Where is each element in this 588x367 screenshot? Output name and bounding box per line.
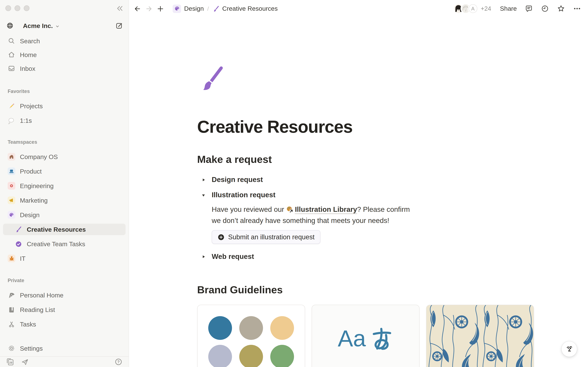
body-text: Have you reviewed our <box>212 206 286 214</box>
window-controls <box>5 5 30 11</box>
sidebar-item-design[interactable]: Design <box>3 209 126 221</box>
window-zoom-button[interactable] <box>24 5 30 11</box>
sidebar-item-search[interactable]: Search <box>3 35 126 47</box>
paintbrush-icon <box>15 225 22 233</box>
home-icon <box>8 51 15 58</box>
favorite-star-icon[interactable] <box>557 5 565 13</box>
typography-latin-sample: Aa <box>338 325 366 353</box>
illustration-library-link[interactable]: Illustration Library <box>286 206 357 214</box>
breadcrumb-parent[interactable]: Design <box>184 5 204 12</box>
pizza-icon <box>8 291 15 299</box>
sidebar-item-projects[interactable]: Projects <box>3 100 126 112</box>
floral-pattern-card[interactable] <box>426 305 534 367</box>
sidebar-footer <box>0 356 129 367</box>
toggle-illustration-request[interactable]: Illustration request <box>198 190 588 201</box>
toggle-expanded-icon[interactable] <box>198 193 209 198</box>
avatar[interactable]: A <box>468 3 478 14</box>
toggle-web-request[interactable]: Web request <box>198 251 588 262</box>
palette-swatch <box>270 316 294 340</box>
avatar-overflow-count[interactable]: +24 <box>481 5 491 12</box>
notion-ai-button[interactable] <box>562 342 577 357</box>
sidebar-item-label: Engineering <box>20 182 54 190</box>
sidebar-item-engineering[interactable]: Engineering <box>3 180 126 192</box>
sidebar-item-settings[interactable]: Settings <box>3 342 126 354</box>
sidebar-item-home[interactable]: Home <box>3 49 126 60</box>
sidebar-item-inbox[interactable]: Inbox <box>3 63 126 74</box>
help-icon[interactable] <box>114 358 123 366</box>
inbox-icon <box>8 65 15 72</box>
sidebar-item-label: Tasks <box>20 320 36 328</box>
avatar-stack[interactable]: A <box>453 3 478 14</box>
sidebar-item-marketing[interactable]: Marketing <box>3 195 126 206</box>
topbar-actions: A +24 Share <box>453 3 581 14</box>
palette-swatch <box>208 316 232 340</box>
button-label: Submit an illustration request <box>228 233 314 241</box>
sidebar-item-personal-home[interactable]: Personal Home <box>3 290 126 301</box>
search-icon <box>8 37 15 45</box>
page-icon-paintbrush[interactable] <box>197 64 226 93</box>
calendar-icon[interactable] <box>6 358 14 366</box>
palette-swatch <box>239 345 263 367</box>
globe-icon <box>6 22 14 30</box>
toggle-label: Design request <box>212 176 263 184</box>
share-button[interactable]: Share <box>500 5 517 12</box>
sidebar-item-reading-list[interactable]: Reading List <box>3 304 126 316</box>
topbar: Design / Creative Resources A +24 Share <box>129 0 588 17</box>
sidebar-item-label: Marketing <box>20 197 48 204</box>
sidebar: Acme Inc. Search Home Inbox Favorites <box>0 0 129 367</box>
toggle-collapsed-icon[interactable] <box>198 177 209 183</box>
section-header-private[interactable]: Private <box>3 277 126 283</box>
sidebar-item-tasks[interactable]: Tasks <box>3 318 126 330</box>
window-minimize-button[interactable] <box>15 5 20 11</box>
sidebar-item-label: 1:1s <box>20 117 32 124</box>
typography-kana-sample <box>369 325 393 353</box>
page-title[interactable]: Creative Resources <box>197 117 588 137</box>
sidebar-item-1-1s[interactable]: 1:1s <box>3 115 126 126</box>
workspace-switcher[interactable]: Acme Inc. <box>6 19 123 32</box>
section-header-teamspaces[interactable]: Teamspaces <box>3 139 126 145</box>
submit-illustration-request-button[interactable]: Submit an illustration request <box>212 230 320 244</box>
pencil-icon <box>8 102 15 110</box>
section-header-favorites[interactable]: Favorites <box>3 88 126 94</box>
floral-pattern-image <box>426 305 534 367</box>
sidebar-collapse-icon[interactable] <box>116 4 124 13</box>
more-options-icon[interactable] <box>573 5 581 13</box>
heading-make-a-request[interactable]: Make a request <box>197 153 588 166</box>
palette-swatch <box>208 345 232 367</box>
breadcrumb-brush-icon <box>212 5 219 12</box>
notion-window: Acme Inc. Search Home Inbox Favorites <box>0 0 588 367</box>
toggle-design-request[interactable]: Design request <box>198 174 588 186</box>
sidebar-item-creative-team-tasks[interactable]: Creative Team Tasks <box>3 238 126 250</box>
new-page-icon[interactable] <box>157 5 164 12</box>
breadcrumb-current[interactable]: Creative Resources <box>222 5 278 12</box>
compose-button[interactable] <box>115 22 123 30</box>
scissors-icon <box>8 320 15 328</box>
body-text: ? Please confirm <box>357 206 410 214</box>
color-palette-card[interactable] <box>197 305 305 367</box>
sidebar-item-label: Personal Home <box>20 292 63 299</box>
brand-guidelines-cards: Aa <box>197 305 588 367</box>
history-clock-icon[interactable] <box>541 5 549 13</box>
book-icon <box>8 306 15 314</box>
paper-plane-icon[interactable] <box>21 358 29 366</box>
window-close-button[interactable] <box>5 5 11 11</box>
typography-card[interactable]: Aa <box>311 305 420 367</box>
comments-icon[interactable] <box>525 5 533 13</box>
sidebar-item-creative-resources[interactable]: Creative Resources <box>3 224 126 235</box>
sidebar-item-label: Product <box>20 167 42 175</box>
toggle-collapsed-icon[interactable] <box>198 254 209 259</box>
sidebar-item-company-os[interactable]: Company OS <box>3 151 126 163</box>
sidebar-item-product[interactable]: Product <box>3 166 126 177</box>
color-palette-grid <box>198 305 305 367</box>
sidebar-item-it[interactable]: IT <box>3 253 126 264</box>
forward-icon[interactable] <box>145 5 153 12</box>
sidebar-scroll-area: Search Home Inbox Favorites Projects 1:1… <box>3 35 126 333</box>
palette-icon <box>8 211 15 219</box>
sidebar-item-label: Search <box>20 37 40 45</box>
gear-icon <box>8 182 15 190</box>
bug-icon <box>8 255 15 262</box>
link-text[interactable]: Illustration Library <box>295 206 357 214</box>
toggle-label: Illustration request <box>212 191 276 200</box>
back-icon[interactable] <box>134 5 141 12</box>
heading-brand-guidelines[interactable]: Brand Guidelines <box>197 284 588 296</box>
